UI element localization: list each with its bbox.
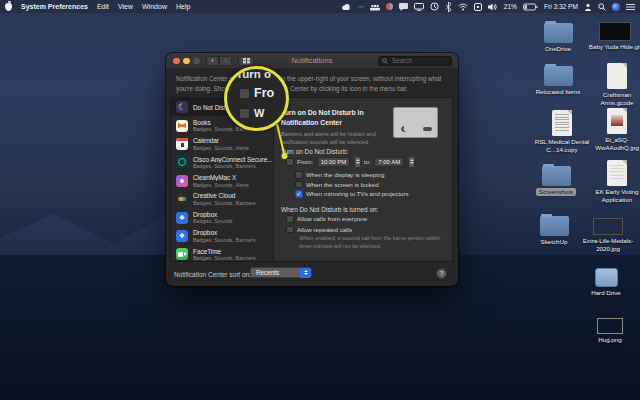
cleanmymac-app-icon [176,175,188,187]
desktop-icon-onedrive[interactable]: OneDrive [526,23,590,53]
search-field[interactable] [378,56,452,66]
grid-icon [243,58,250,64]
desktop-icon-baby-yoda-gif[interactable]: Baby Yoda Hide.gif [583,22,640,51]
desktop-icon-craftsman-arms[interactable]: Craftsman Arms.gcode [585,63,640,107]
dnd-preview-image [393,107,438,138]
checkbox[interactable] [286,226,294,234]
wifi-icon[interactable] [458,2,468,12]
back-button[interactable]: ‹ [206,56,219,66]
screen-recording-icon[interactable] [386,2,393,12]
image-document-icon [607,108,627,134]
messages-icon[interactable] [399,2,408,12]
photo-thumbnail-icon [597,318,623,334]
sidebar-item-calendar[interactable]: CalendarBadges, Sounds, Alerts [171,135,273,153]
magnified-heading-fragment: Turn o [236,68,271,80]
menu-help[interactable]: Help [176,3,190,10]
time-machine-icon[interactable] [430,2,439,12]
notification-center-icon[interactable] [626,2,635,12]
to-time-stepper[interactable] [409,157,414,167]
spotlight-icon[interactable] [598,2,606,12]
document-icon [607,160,627,186]
sidebar-item-dropbox-2[interactable]: ❖ DropboxBadges, Sounds, Banners [171,227,273,245]
sort-order-dropdown[interactable]: Recents [250,267,312,278]
battery-percent: 21% [504,3,517,10]
menu-system-preferences[interactable]: System Preferences [21,3,88,10]
magnified-checkbox [239,88,250,99]
turn-on-label: Turn on Do Not Disturb: [281,148,348,155]
check-icon: ✓ [296,191,301,197]
panel-subheading: Banners and alerts will be hidden and no… [281,130,391,147]
option-mirroring[interactable]: ✓ When mirroring to TVs and projectors [295,190,409,198]
sidebar-item-cisco-anyconnect[interactable]: Cisco AnyConnect Secure...Badges, Sounds… [171,153,273,171]
menu-bar: System Preferences Edit View Window Help… [0,0,640,13]
checkbox[interactable] [286,215,294,223]
magnified-from-row: Fro [239,86,274,100]
more-icon[interactable]: ⋯ [357,2,364,12]
sidebar-item-creative-cloud[interactable]: Creative CloudBadges, Sounds, Banners [171,190,273,208]
user-icon[interactable] [584,2,592,12]
volume-icon[interactable] [488,2,498,12]
desktop-icon-hard-drive[interactable]: Hard Drive [574,268,638,297]
magnifier-callout: Turn o Fro W [224,66,289,131]
calendar-app-icon [176,138,188,150]
from-schedule-row[interactable]: From: 10:00 PM to: 7:00 AM [286,157,414,167]
sidebar-item-facetime[interactable]: FaceTimeBadges, Sounds, Banners [171,245,273,261]
menu-window[interactable]: Window [142,3,167,10]
checkbox[interactable] [295,181,303,189]
option-display-sleeping[interactable]: When the display is sleeping [295,171,384,179]
menu-clock[interactable]: Fri 3:32 PM [544,3,578,10]
pane-content: ☾ Do Not Disturb BooksBadges, Sounds, Ba… [170,97,453,262]
bluetooth-icon[interactable] [445,2,452,12]
desktop-icon-extra-life-medals[interactable]: Extra-Life-Medals-2020.jpg [576,218,640,253]
siri-icon[interactable] [612,2,620,12]
zoom-button[interactable] [193,58,200,65]
from-time-stepper[interactable] [355,157,360,167]
apple-menu-icon[interactable] [5,3,12,11]
text-document-icon [552,110,572,136]
option-allow-repeated[interactable]: Allow repeated calls [286,226,352,234]
desktop-icon-relocated-items[interactable]: Relocated Items [526,66,590,96]
search-input[interactable] [390,56,448,65]
sidebar-item-cleanmymac[interactable]: CleanMyMac XBadges, Sounds, Alerts [171,172,273,190]
desktop-icon-ek-early-voting[interactable]: EK Early Voting Application [585,160,640,204]
menu-edit[interactable]: Edit [97,3,109,10]
close-button[interactable] [173,58,180,65]
input-source-icon[interactable] [474,2,482,12]
desktop-icon-et-asq-jpg[interactable]: Et_aSQ-WwAAodhQ.jpg [585,108,640,152]
checkbox-checked[interactable]: ✓ [295,190,303,198]
checkbox[interactable] [295,171,303,179]
to-time-field[interactable]: 7:00 AM [374,157,404,167]
hard-drive-icon [595,268,618,287]
sidebar-item-dropbox-1[interactable]: ❖ DropboxBadges, Sounds [171,208,273,226]
option-allow-calls[interactable]: Allow calls from everyone [286,215,367,223]
show-all-button[interactable] [238,56,254,66]
folder-icon [542,166,571,186]
repeated-calls-note: When enabled, a second call from the sam… [299,235,441,251]
notifications-preferences-window: ‹ › Notifications Notification Center sh… [166,53,458,286]
menu-view[interactable]: View [118,3,133,10]
from-time-field[interactable]: 10:00 PM [317,157,351,167]
cloud-icon[interactable] [341,2,351,12]
minimize-button[interactable] [183,58,190,65]
window-titlebar[interactable]: ‹ › Notifications [166,53,458,68]
image-thumbnail-icon [599,22,631,41]
magnified-when-row: W [239,107,264,119]
docker-icon[interactable] [370,2,380,12]
search-icon [382,58,388,64]
option-screen-locked[interactable]: When the screen is locked [295,181,379,189]
from-label: From: [297,158,313,165]
forward-button[interactable]: › [219,56,232,66]
desktop-icon-screenshots[interactable]: Screenshots [524,166,588,196]
desktop-icon-hug-png[interactable]: Hug.png [578,318,640,344]
turned-on-label: When Do Not Disturb is turned on: [281,206,378,213]
battery-icon[interactable] [523,2,538,12]
help-button[interactable]: ? [436,268,447,279]
medals-image-icon [593,218,623,235]
display-mirroring-icon[interactable] [414,2,424,12]
cisco-anyconnect-app-icon [176,156,188,168]
dropdown-arrows-icon [300,268,311,278]
sort-order-label: Notification Center sort order: [174,271,259,278]
dropbox-app-icon: ❖ [176,212,188,224]
from-checkbox[interactable] [286,158,294,166]
folder-icon [544,66,573,86]
